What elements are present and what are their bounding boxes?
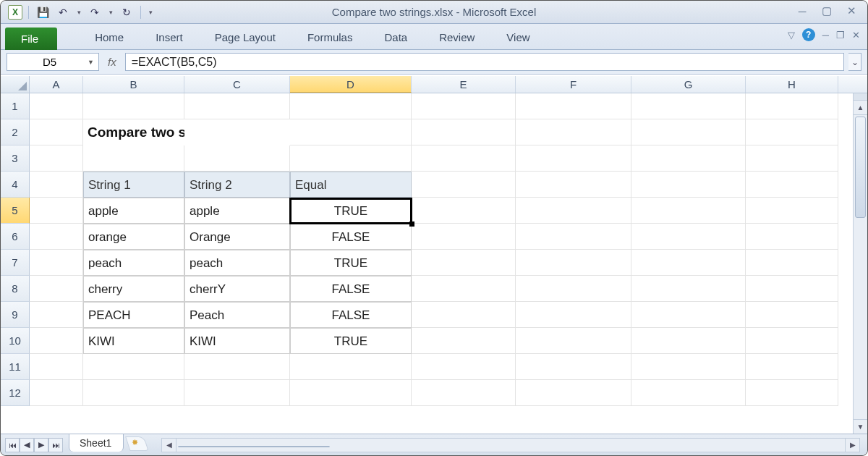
- col-header-h[interactable]: H: [746, 76, 838, 93]
- cell[interactable]: [516, 302, 631, 328]
- table-cell[interactable]: TRUE: [290, 250, 412, 276]
- cell[interactable]: [30, 172, 83, 198]
- cell[interactable]: [516, 328, 631, 354]
- row-header[interactable]: 1: [1, 93, 30, 119]
- split-handle[interactable]: [854, 93, 867, 101]
- table-cell[interactable]: FALSE: [290, 276, 412, 302]
- row-header[interactable]: 2: [1, 119, 30, 145]
- close-icon[interactable]: ✕: [844, 4, 859, 17]
- table-cell[interactable]: apple: [83, 198, 184, 224]
- table-cell[interactable]: apple: [184, 198, 290, 224]
- cell[interactable]: [516, 354, 631, 380]
- cell[interactable]: [184, 119, 290, 145]
- row-header[interactable]: 11: [1, 354, 30, 380]
- table-cell[interactable]: PEACH: [83, 302, 184, 328]
- tab-data[interactable]: Data: [368, 25, 423, 49]
- scroll-thumb[interactable]: [178, 446, 330, 447]
- row-header[interactable]: 12: [1, 380, 30, 406]
- section-title[interactable]: Compare two strings: [83, 119, 184, 145]
- cell[interactable]: [30, 328, 83, 354]
- cell[interactable]: [83, 93, 184, 119]
- name-box[interactable]: D5 ▼: [7, 53, 99, 71]
- cell[interactable]: [290, 119, 412, 145]
- scroll-left-icon[interactable]: ◀: [162, 439, 176, 452]
- undo-dropdown-icon[interactable]: ▾: [75, 4, 82, 20]
- scroll-up-icon[interactable]: ▲: [854, 101, 867, 115]
- table-cell[interactable]: cherrY: [184, 276, 290, 302]
- cell[interactable]: [30, 380, 83, 406]
- table-cell[interactable]: FALSE: [290, 302, 412, 328]
- row-header[interactable]: 4: [1, 172, 30, 198]
- new-sheet-icon[interactable]: [125, 436, 148, 451]
- cell[interactable]: [30, 276, 83, 302]
- workbook-close-icon[interactable]: ✕: [852, 30, 860, 41]
- maximize-icon[interactable]: ▢: [820, 4, 834, 17]
- cell[interactable]: [746, 198, 838, 224]
- cell[interactable]: [631, 250, 746, 276]
- next-sheet-icon[interactable]: ▶: [34, 438, 48, 452]
- cell[interactable]: [30, 198, 83, 224]
- name-box-dropdown-icon[interactable]: ▼: [88, 59, 94, 66]
- row-header[interactable]: 6: [1, 224, 30, 250]
- cell[interactable]: [412, 119, 516, 145]
- vertical-scrollbar[interactable]: ▲ ▼: [853, 93, 867, 434]
- tab-view[interactable]: View: [490, 25, 545, 49]
- table-cell[interactable]: peach: [83, 250, 184, 276]
- table-cell[interactable]: cherry: [83, 276, 184, 302]
- redo-dropdown-icon[interactable]: ▾: [107, 4, 114, 20]
- col-header-g[interactable]: G: [631, 76, 746, 93]
- cell[interactable]: [746, 172, 838, 198]
- tab-page-layout[interactable]: Page Layout: [199, 25, 292, 49]
- excel-app-icon[interactable]: X: [8, 5, 22, 20]
- cell[interactable]: [631, 224, 746, 250]
- scroll-thumb[interactable]: [855, 117, 866, 218]
- table-cell[interactable]: TRUE: [290, 328, 412, 354]
- tab-formulas[interactable]: Formulas: [292, 25, 369, 49]
- cell[interactable]: [746, 224, 838, 250]
- cell[interactable]: [83, 145, 184, 172]
- horizontal-scrollbar[interactable]: ◀ ▶: [161, 438, 860, 452]
- table-cell[interactable]: Orange: [184, 224, 290, 250]
- cell[interactable]: [30, 93, 83, 119]
- cell[interactable]: [631, 145, 746, 172]
- tab-review[interactable]: Review: [423, 25, 490, 49]
- cell[interactable]: [746, 302, 838, 328]
- cell[interactable]: [746, 250, 838, 276]
- scroll-right-icon[interactable]: ▶: [845, 439, 859, 452]
- cell[interactable]: [184, 354, 290, 380]
- cell[interactable]: [631, 354, 746, 380]
- row-header[interactable]: 10: [1, 328, 30, 354]
- col-header-b[interactable]: B: [83, 76, 184, 93]
- cell[interactable]: [631, 119, 746, 145]
- customize-qat-icon[interactable]: ▾: [147, 4, 154, 20]
- refresh-icon[interactable]: ↻: [119, 4, 135, 20]
- cell[interactable]: [412, 276, 516, 302]
- cell[interactable]: [30, 250, 83, 276]
- cell[interactable]: [631, 198, 746, 224]
- worksheet-grid[interactable]: A B C D E F G H 1 2 Compare two strings: [1, 76, 867, 434]
- cell[interactable]: [412, 250, 516, 276]
- col-header-d[interactable]: D: [290, 76, 412, 93]
- cell[interactable]: [516, 224, 631, 250]
- minimize-icon[interactable]: ─: [795, 4, 809, 17]
- cell[interactable]: [516, 93, 631, 119]
- cell[interactable]: [30, 302, 83, 328]
- col-header-c[interactable]: C: [184, 76, 290, 93]
- select-all-corner[interactable]: [1, 76, 30, 93]
- cell[interactable]: [412, 93, 516, 119]
- table-cell[interactable]: Peach: [184, 302, 290, 328]
- col-header-f[interactable]: F: [516, 76, 631, 93]
- cell[interactable]: [290, 354, 412, 380]
- table-header[interactable]: String 1: [83, 172, 184, 198]
- cell[interactable]: [746, 119, 838, 145]
- cell[interactable]: [290, 380, 412, 406]
- cell[interactable]: [412, 198, 516, 224]
- fx-icon[interactable]: fx: [103, 56, 121, 68]
- row-header[interactable]: 9: [1, 302, 30, 328]
- cell[interactable]: [30, 354, 83, 380]
- cell[interactable]: [746, 145, 838, 172]
- table-cell[interactable]: FALSE: [290, 224, 412, 250]
- row-header[interactable]: 3: [1, 145, 30, 172]
- row-header[interactable]: 7: [1, 250, 30, 276]
- fill-handle[interactable]: [409, 221, 414, 227]
